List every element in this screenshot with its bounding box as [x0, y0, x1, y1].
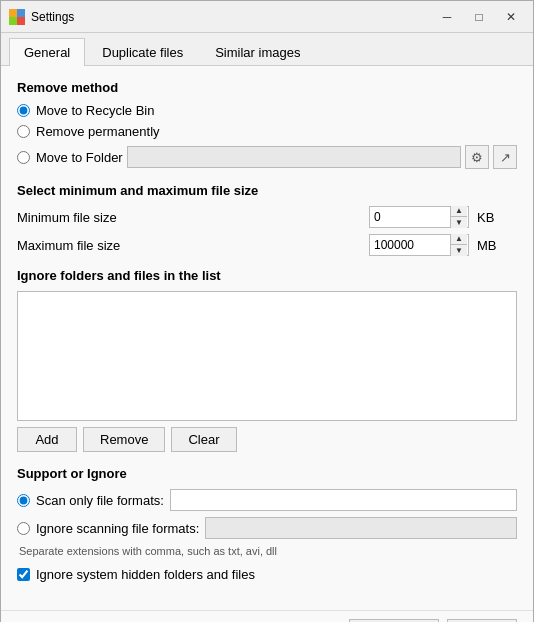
clear-button[interactable]: Clear — [171, 427, 236, 452]
svg-rect-1 — [17, 9, 25, 17]
folder-settings-button[interactable]: ⚙ — [465, 145, 489, 169]
ignore-textarea[interactable] — [17, 291, 517, 421]
scan-only-radio[interactable] — [17, 494, 30, 507]
folder-open-button[interactable]: ↗ — [493, 145, 517, 169]
system-hidden-row: Ignore system hidden folders and files — [17, 567, 517, 582]
app-icon — [9, 9, 25, 25]
max-size-unit: MB — [477, 238, 517, 253]
system-hidden-checkbox[interactable] — [17, 568, 30, 581]
remove-permanently-option[interactable]: Remove permanently — [17, 124, 517, 139]
move-to-folder-option: Move to Folder ⚙ ↗ — [17, 145, 517, 169]
scan-only-row: Scan only file formats: — [17, 489, 517, 511]
tab-similar-images[interactable]: Similar images — [200, 38, 315, 66]
remove-method-section: Remove method Move to Recycle Bin Remove… — [17, 80, 517, 169]
add-button[interactable]: Add — [17, 427, 77, 452]
close-button[interactable]: ✕ — [497, 7, 525, 27]
min-size-down[interactable]: ▼ — [451, 217, 467, 228]
ignore-section: Ignore folders and files in the list Add… — [17, 268, 517, 452]
extension-hint: Separate extensions with comma, such as … — [17, 545, 517, 557]
system-hidden-label: Ignore system hidden folders and files — [36, 567, 255, 582]
min-size-spinner: ▲ ▼ — [450, 206, 467, 228]
max-size-down[interactable]: ▼ — [451, 245, 467, 256]
min-size-label: Minimum file size — [17, 210, 361, 225]
remove-method-options: Move to Recycle Bin Remove permanently M… — [17, 103, 517, 169]
ignore-formats-label: Ignore scanning file formats: — [36, 521, 199, 536]
move-to-folder-label: Move to Folder — [36, 150, 123, 165]
scan-only-label-row[interactable]: Scan only file formats: — [17, 493, 164, 508]
folder-path-input[interactable] — [127, 146, 461, 168]
move-to-folder-label-row[interactable]: Move to Folder — [17, 150, 123, 165]
tab-duplicate-files[interactable]: Duplicate files — [87, 38, 198, 66]
max-size-input[interactable] — [370, 235, 450, 255]
ignore-btn-row: Add Remove Clear — [17, 427, 517, 452]
title-bar: Settings ─ □ ✕ — [1, 1, 533, 33]
ignore-formats-radio[interactable] — [17, 522, 30, 535]
support-section: Support or Ignore Scan only file formats… — [17, 466, 517, 557]
tab-general[interactable]: General — [9, 38, 85, 66]
min-size-input-wrap: ▲ ▼ — [369, 206, 469, 228]
tab-content: Remove method Move to Recycle Bin Remove… — [1, 66, 533, 610]
remove-method-title: Remove method — [17, 80, 517, 95]
remove-permanently-radio[interactable] — [17, 125, 30, 138]
maximize-button[interactable]: □ — [465, 7, 493, 27]
support-section-title: Support or Ignore — [17, 466, 517, 481]
max-size-label: Maximum file size — [17, 238, 361, 253]
recycle-bin-label: Move to Recycle Bin — [36, 103, 155, 118]
scan-only-input[interactable] — [170, 489, 517, 511]
recycle-bin-option[interactable]: Move to Recycle Bin — [17, 103, 517, 118]
svg-rect-0 — [9, 9, 17, 17]
remove-permanently-label: Remove permanently — [36, 124, 160, 139]
min-size-up[interactable]: ▲ — [451, 206, 467, 217]
ignore-section-title: Ignore folders and files in the list — [17, 268, 517, 283]
max-size-spinner: ▲ ▼ — [450, 234, 467, 256]
minimize-button[interactable]: ─ — [433, 7, 461, 27]
min-size-input[interactable] — [370, 207, 450, 227]
file-size-grid: Minimum file size ▲ ▼ KB Maximum file si… — [17, 206, 517, 256]
recycle-bin-radio[interactable] — [17, 104, 30, 117]
ignore-formats-label-row[interactable]: Ignore scanning file formats: — [17, 521, 199, 536]
ignore-formats-row: Ignore scanning file formats: — [17, 517, 517, 539]
window-title: Settings — [31, 10, 433, 24]
scan-only-label: Scan only file formats: — [36, 493, 164, 508]
system-hidden-label-row[interactable]: Ignore system hidden folders and files — [17, 567, 255, 582]
file-size-title: Select minimum and maximum file size — [17, 183, 517, 198]
min-size-unit: KB — [477, 210, 517, 225]
tab-bar: General Duplicate files Similar images — [1, 33, 533, 66]
settings-window: Settings ─ □ ✕ General Duplicate files S… — [0, 0, 534, 622]
svg-rect-2 — [9, 17, 17, 25]
remove-button[interactable]: Remove — [83, 427, 165, 452]
max-size-input-wrap: ▲ ▼ — [369, 234, 469, 256]
svg-rect-3 — [17, 17, 25, 25]
footer: Cancel OK — [1, 610, 533, 622]
move-to-folder-radio[interactable] — [17, 151, 30, 164]
file-size-section: Select minimum and maximum file size Min… — [17, 183, 517, 256]
window-controls: ─ □ ✕ — [433, 7, 525, 27]
max-size-up[interactable]: ▲ — [451, 234, 467, 245]
ignore-formats-input[interactable] — [205, 517, 517, 539]
